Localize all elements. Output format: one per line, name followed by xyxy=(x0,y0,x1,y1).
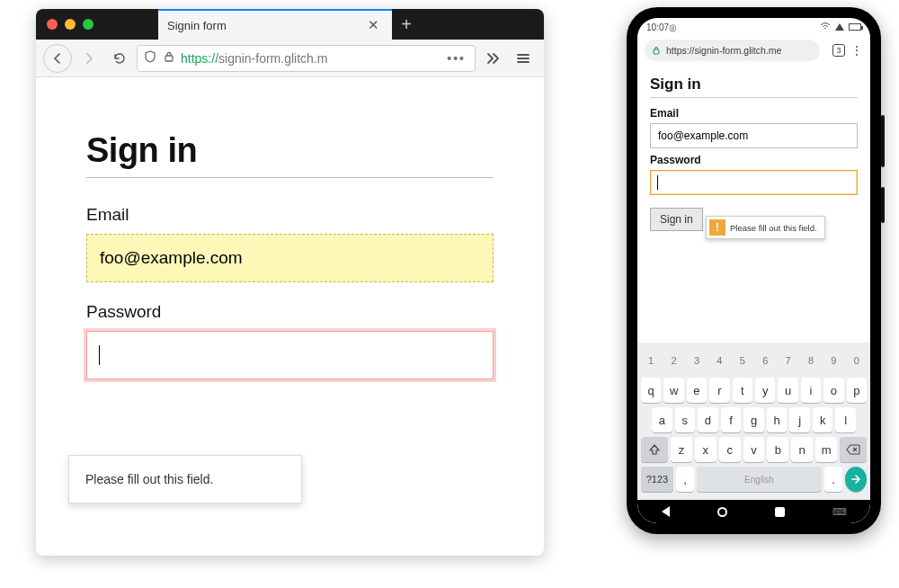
enter-key[interactable] xyxy=(845,467,867,492)
warning-icon: ! xyxy=(709,219,725,236)
key-c[interactable]: c xyxy=(719,437,741,462)
key-4[interactable]: 4 xyxy=(709,348,729,373)
password-input[interactable] xyxy=(86,331,494,379)
key-2[interactable]: 2 xyxy=(663,348,683,373)
cell-signal-icon xyxy=(835,23,844,31)
key-b[interactable]: b xyxy=(767,437,788,462)
tab-title: Signin form xyxy=(167,19,364,32)
keyboard-row-4: ?123 , English . xyxy=(641,467,867,492)
key-a[interactable]: a xyxy=(652,407,672,432)
battery-icon xyxy=(849,23,861,31)
key-6[interactable]: 6 xyxy=(755,348,775,373)
key-3[interactable]: 3 xyxy=(687,348,707,373)
key-5[interactable]: 5 xyxy=(733,348,752,373)
key-8[interactable]: 8 xyxy=(801,348,821,373)
tab-switcher-button[interactable]: 3 xyxy=(832,44,845,57)
page-actions-button[interactable]: ••• xyxy=(443,51,469,66)
reload-button[interactable] xyxy=(106,45,133,72)
phone-address-bar[interactable]: https://signin-form.glitch.me xyxy=(645,40,820,61)
phone-validation-message: Please fill out this field. xyxy=(728,219,824,236)
key-d[interactable]: d xyxy=(698,407,718,432)
browser-toolbar: https://signin-form.glitch.m ••• xyxy=(36,40,544,77)
key-y[interactable]: y xyxy=(755,378,775,403)
email-label: Email xyxy=(86,205,494,225)
key-x[interactable]: x xyxy=(695,437,717,462)
phone-email-label: Email xyxy=(650,107,858,120)
key-0[interactable]: 0 xyxy=(847,348,867,373)
close-window-button[interactable] xyxy=(47,19,58,30)
tracking-protection-icon[interactable] xyxy=(143,49,157,67)
key-v[interactable]: v xyxy=(743,437,765,462)
shift-icon xyxy=(648,443,661,456)
overflow-button[interactable] xyxy=(479,45,506,72)
key-s[interactable]: s xyxy=(675,407,696,432)
phone-frame: 10:07 ◎ https://signin-form.glitch.me 3 … xyxy=(627,7,881,534)
key-h[interactable]: h xyxy=(767,407,788,432)
space-key[interactable]: English xyxy=(697,467,822,492)
arrow-right-icon xyxy=(82,51,96,66)
nav-back-button[interactable] xyxy=(662,506,670,517)
desktop-browser-window: Signin form ✕ + https://signin-form.glit… xyxy=(36,9,544,556)
phone-heading-rule xyxy=(650,97,858,98)
backspace-icon xyxy=(846,444,860,455)
key-t[interactable]: t xyxy=(733,378,752,403)
phone-password-label: Password xyxy=(650,154,858,166)
key-1[interactable]: 1 xyxy=(641,348,661,373)
nav-home-button[interactable] xyxy=(717,507,727,517)
maximize-window-button[interactable] xyxy=(83,19,93,30)
key-l[interactable]: l xyxy=(835,407,856,432)
key-f[interactable]: f xyxy=(721,407,742,432)
page-heading: Sign in xyxy=(86,131,494,170)
phone-url-text: https://signin-form.glitch.me xyxy=(666,45,781,56)
key-9[interactable]: 9 xyxy=(823,348,843,373)
shift-key[interactable] xyxy=(641,437,668,462)
wifi-icon xyxy=(820,22,831,31)
backspace-key[interactable] xyxy=(840,437,867,462)
url-text: https://signin-form.glitch.m xyxy=(181,51,438,66)
close-tab-button[interactable]: ✕ xyxy=(364,17,383,33)
key-p[interactable]: p xyxy=(847,378,867,403)
key-g[interactable]: g xyxy=(743,407,764,432)
svg-rect-0 xyxy=(165,56,173,61)
phone-password-input[interactable] xyxy=(650,170,858,195)
lock-icon[interactable] xyxy=(163,50,175,66)
key-q[interactable]: q xyxy=(641,378,661,403)
period-key[interactable]: . xyxy=(824,467,842,492)
key-m[interactable]: m xyxy=(815,437,837,462)
status-time: 10:07 xyxy=(646,22,669,32)
key-j[interactable]: j xyxy=(789,407,810,432)
key-z[interactable]: z xyxy=(671,437,692,462)
key-u[interactable]: u xyxy=(778,378,797,403)
soft-keyboard: 1234567890 qwertyuiop asdfghjkl zxcvbnm … xyxy=(637,343,870,500)
numeric-key[interactable]: ?123 xyxy=(641,467,673,492)
email-input[interactable] xyxy=(86,234,494,282)
svg-rect-1 xyxy=(654,49,659,54)
key-7[interactable]: 7 xyxy=(778,348,797,373)
phone-email-input[interactable] xyxy=(650,123,858,148)
key-w[interactable]: w xyxy=(663,378,683,403)
key-i[interactable]: i xyxy=(801,378,821,403)
nav-keyboard-button[interactable]: ⌨ xyxy=(832,506,847,518)
status-bar: 10:07 ◎ xyxy=(637,18,870,36)
key-e[interactable]: e xyxy=(687,378,707,403)
keyboard-row-1: qwertyuiop xyxy=(641,378,867,403)
back-button[interactable] xyxy=(43,44,72,73)
new-tab-button[interactable]: + xyxy=(392,9,421,40)
heading-rule xyxy=(86,177,494,178)
address-bar[interactable]: https://signin-form.glitch.m ••• xyxy=(137,45,476,72)
phone-toolbar: https://signin-form.glitch.me 3 ⋮ xyxy=(637,36,870,65)
key-o[interactable]: o xyxy=(823,378,843,403)
window-titlebar: Signin form ✕ + xyxy=(36,9,544,40)
key-n[interactable]: n xyxy=(791,437,813,462)
key-k[interactable]: k xyxy=(813,407,833,432)
phone-signin-button[interactable]: Sign in xyxy=(650,208,703,231)
browser-tab[interactable]: Signin form ✕ xyxy=(158,9,392,40)
page-content: Sign in Email Password Please fill out t… xyxy=(36,77,544,433)
minimize-window-button[interactable] xyxy=(65,19,76,30)
nav-recents-button[interactable] xyxy=(775,507,785,517)
comma-key[interactable]: , xyxy=(676,467,694,492)
key-r[interactable]: r xyxy=(709,378,729,403)
menu-button[interactable] xyxy=(510,45,537,72)
lock-icon xyxy=(652,46,661,55)
forward-button[interactable] xyxy=(76,45,102,72)
